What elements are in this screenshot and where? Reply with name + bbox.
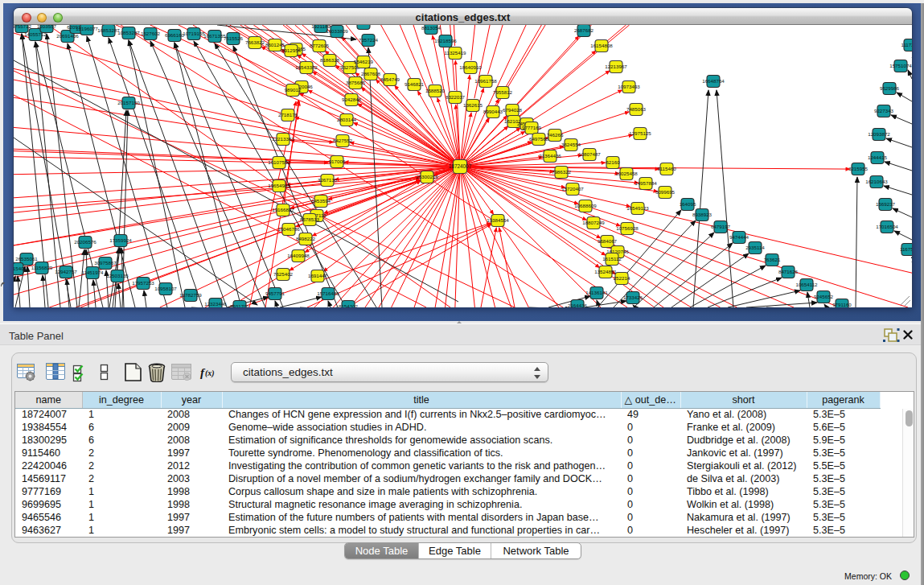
svg-text:8322037: 8322037	[446, 94, 466, 100]
svg-text:1244415: 1244415	[868, 154, 888, 160]
svg-text:12323446: 12323446	[204, 301, 227, 307]
svg-text:917006: 917006	[329, 159, 346, 164]
svg-text:16154808: 16154808	[590, 43, 613, 48]
svg-text:1691447: 1691447	[308, 273, 328, 278]
svg-text:1569237: 1569237	[876, 201, 896, 207]
svg-text:9474444: 9474444	[729, 234, 749, 240]
svg-text:2867608: 2867608	[361, 71, 381, 76]
svg-text:12503135: 12503135	[106, 273, 129, 278]
svg-text:(x): (x)	[205, 369, 215, 378]
svg-text:30975867: 30975867	[94, 260, 117, 266]
svg-text:12213967: 12213967	[605, 64, 627, 69]
svg-text:8578533: 8578533	[300, 216, 320, 222]
svg-text:1117243: 1117243	[901, 42, 912, 47]
svg-text:12942757: 12942757	[55, 269, 77, 274]
svg-text:10807487: 10807487	[578, 151, 601, 157]
svg-text:16046786: 16046786	[277, 226, 300, 232]
svg-text:14957884: 14957884	[634, 180, 657, 186]
svg-text:8154302: 8154302	[339, 303, 359, 307]
svg-text:3624554: 3624554	[561, 142, 581, 147]
svg-text:17016504: 17016504	[876, 224, 898, 229]
svg-text:18724007: 18724007	[449, 163, 472, 169]
svg-text:16648764: 16648764	[702, 78, 725, 84]
svg-text:62160: 62160	[606, 159, 620, 165]
svg-text:8454749: 8454749	[380, 76, 400, 82]
svg-text:11156829: 11156829	[31, 265, 53, 270]
svg-text:6794028: 6794028	[503, 107, 523, 113]
svg-text:16782759: 16782759	[179, 292, 202, 298]
svg-text:7357224: 7357224	[359, 37, 379, 43]
svg-text:19166827: 19166827	[272, 207, 294, 212]
svg-text:6479197: 6479197	[711, 224, 731, 229]
svg-text:10958107: 10958107	[154, 286, 177, 291]
svg-text:9777169: 9777169	[522, 125, 542, 130]
svg-text:2718176: 2718176	[278, 112, 298, 117]
svg-text:7986322: 7986322	[552, 169, 572, 175]
svg-text:6966160: 6966160	[165, 32, 185, 38]
svg-text:1527602: 1527602	[141, 31, 161, 36]
svg-text:16409948: 16409948	[287, 253, 310, 258]
svg-text:8813054: 8813054	[421, 25, 441, 31]
svg-text:7955812: 7955812	[493, 89, 513, 95]
svg-text:10654112: 10654112	[795, 282, 818, 287]
svg-text:9684067: 9684067	[598, 238, 618, 244]
svg-text:16543382: 16543382	[295, 64, 318, 70]
svg-text:25300215: 25300215	[416, 174, 438, 179]
svg-text:3267130: 3267130	[318, 177, 338, 183]
svg-text:8471626: 8471626	[778, 269, 799, 274]
svg-text:2687682: 2687682	[574, 27, 594, 33]
svg-text:8427552: 8427552	[333, 138, 353, 143]
svg-text:13524851: 13524851	[594, 269, 617, 274]
svg-text:8938923: 8938923	[692, 212, 713, 217]
svg-text:12196077: 12196077	[76, 26, 98, 31]
svg-text:6099695: 6099695	[655, 189, 676, 195]
svg-text:1615112: 1615112	[602, 256, 622, 262]
svg-text:1203557: 1203557	[37, 25, 57, 29]
svg-text:9146821: 9146821	[405, 81, 425, 87]
svg-text:3875685: 3875685	[346, 80, 366, 85]
svg-text:20157150: 20157150	[117, 100, 140, 105]
svg-text:9529986: 9529986	[880, 85, 900, 91]
svg-text:9457791: 9457791	[265, 290, 285, 296]
svg-text:7663822: 7663822	[245, 39, 265, 45]
svg-text:9154023: 9154023	[354, 25, 374, 26]
svg-text:26535061: 26535061	[15, 256, 38, 262]
svg-text:9227343: 9227343	[874, 108, 894, 113]
svg-text:1588520: 1588520	[425, 88, 446, 93]
svg-text:18807249: 18807249	[582, 220, 605, 225]
svg-text:10688609: 10688609	[574, 203, 597, 208]
svg-text:15720407: 15720407	[561, 186, 584, 192]
svg-text:11451974: 11451974	[81, 270, 104, 275]
svg-text:8912954: 8912954	[281, 47, 302, 53]
svg-text:9931701: 9931701	[230, 303, 250, 307]
svg-text:3915401: 3915401	[14, 266, 27, 271]
svg-text:17359924: 17359924	[109, 237, 132, 243]
svg-text:5546219: 5546219	[354, 59, 374, 64]
svg-text:14136141: 14136141	[585, 290, 608, 295]
svg-text:989012: 989012	[285, 87, 302, 93]
svg-text:7515526: 7515526	[224, 35, 244, 41]
svg-text:10961758: 10961758	[474, 78, 497, 84]
svg-text:16549123: 16549123	[626, 205, 649, 211]
svg-text:763621: 763621	[764, 257, 781, 262]
svg-text:8772605: 8772605	[310, 43, 330, 48]
svg-text:15751074: 15751074	[889, 63, 912, 68]
svg-text:9245652: 9245652	[814, 294, 834, 299]
svg-text:18640910: 18640910	[459, 64, 482, 70]
svg-text:8601245: 8601245	[265, 42, 285, 47]
svg-text:10756928: 10756928	[616, 225, 639, 231]
svg-text:10973493: 10973493	[618, 84, 640, 89]
svg-text:1733426: 1733426	[623, 295, 643, 300]
svg-text:252214: 252214	[614, 275, 630, 281]
svg-text:9791160: 9791160	[832, 302, 852, 307]
svg-text:9115460: 9115460	[657, 166, 676, 171]
svg-text:7485063: 7485063	[626, 106, 647, 112]
svg-text:12093872: 12093872	[868, 131, 890, 137]
svg-text:12213363: 12213363	[272, 136, 294, 142]
svg-text:21364436: 21364436	[539, 153, 561, 159]
svg-text:19218596: 19218596	[434, 38, 457, 43]
svg-text:17957253: 17957253	[132, 280, 154, 286]
svg-text:16107553: 16107553	[268, 159, 290, 165]
svg-text:19654985: 19654985	[268, 183, 290, 188]
svg-text:116753: 116753	[900, 246, 912, 252]
